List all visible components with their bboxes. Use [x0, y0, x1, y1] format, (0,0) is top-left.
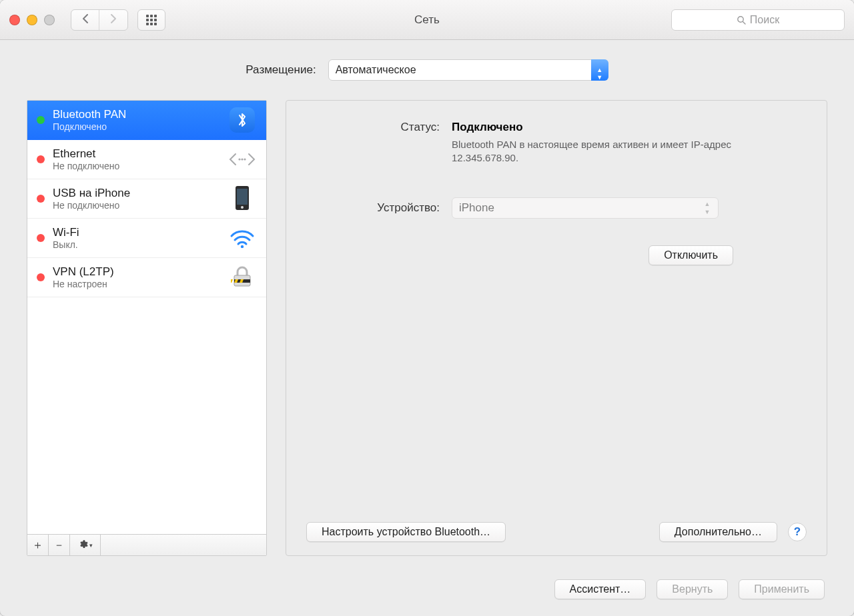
gear-icon: [78, 539, 88, 551]
interface-item[interactable]: VPN (L2TP)Не настроен: [27, 258, 266, 297]
svg-point-4: [244, 158, 246, 160]
interface-item[interactable]: Wi-FiВыкл.: [27, 219, 266, 258]
interface-texts: Wi-FiВыкл.: [53, 226, 220, 250]
window: Сеть Поиск Размещение: Автоматическое ▲▼…: [0, 0, 854, 616]
interface-status: Не настроен: [53, 279, 220, 289]
window-controls: [9, 15, 55, 25]
status-dot-icon: [37, 234, 45, 242]
disconnect-button[interactable]: Отключить: [649, 245, 733, 265]
bluetooth-icon: [230, 107, 255, 133]
interface-icon-wrap: [228, 186, 257, 211]
interface-icon-wrap: [228, 147, 257, 172]
interface-texts: USB на iPhoneНе подключено: [53, 187, 220, 211]
help-icon: ?: [794, 525, 801, 539]
status-dot-icon: [37, 116, 45, 124]
device-value: iPhone: [459, 201, 494, 215]
device-select[interactable]: iPhone ▲▼: [452, 197, 719, 219]
device-row: Устройство: iPhone ▲▼: [306, 197, 807, 219]
interface-name: Wi-Fi: [53, 226, 220, 239]
svg-point-8: [241, 245, 244, 248]
chevron-updown-icon: ▲▼: [702, 198, 713, 218]
interface-actions-button[interactable]: ▾: [70, 535, 101, 555]
status-dot-icon: [37, 195, 45, 203]
assistant-button[interactable]: Ассистент…: [554, 579, 647, 599]
forward-button[interactable]: [99, 10, 127, 30]
nav-segmented: [71, 9, 128, 31]
svg-point-7: [241, 206, 244, 209]
interface-sidebar: Bluetooth PANПодключеноEthernetНе подклю…: [27, 100, 267, 556]
interface-name: Ethernet: [53, 147, 220, 161]
svg-rect-11: [231, 279, 233, 283]
apply-button[interactable]: Применить: [739, 579, 825, 599]
svg-rect-6: [237, 189, 248, 205]
svg-line-1: [743, 21, 745, 24]
interface-item[interactable]: USB на iPhoneНе подключено: [27, 179, 266, 219]
interface-detail: Статус: Подключено Bluetooth PAN в насто…: [286, 100, 827, 556]
apps-grid-icon: [146, 15, 157, 25]
plus-icon: ＋: [32, 537, 43, 553]
device-label: Устройство:: [306, 201, 440, 215]
popup-stepper-icon: ▲▼: [591, 59, 608, 81]
wifi-icon: [229, 228, 256, 248]
minimize-window-button[interactable]: [27, 15, 37, 25]
interface-texts: VPN (L2TP)Не настроен: [53, 265, 220, 289]
interface-texts: EthernetНе подключено: [53, 147, 220, 171]
interface-name: USB на iPhone: [53, 187, 220, 200]
location-value: Автоматическое: [336, 64, 416, 76]
add-interface-button[interactable]: ＋: [27, 535, 49, 555]
interface-status: Выкл.: [53, 239, 220, 250]
status-row: Статус: Подключено Bluetooth PAN в насто…: [306, 121, 807, 165]
location-label: Размещение:: [246, 63, 316, 77]
chevron-down-icon: ▾: [89, 542, 93, 549]
interface-item[interactable]: Bluetooth PANПодключено: [27, 101, 266, 140]
interface-icon-wrap: [228, 265, 257, 290]
main-row: Bluetooth PANПодключеноEthernetНе подклю…: [0, 100, 854, 563]
interface-icon-wrap: [228, 225, 257, 251]
sidebar-footer: ＋ － ▾: [27, 534, 266, 555]
window-footer: Ассистент… Вернуть Применить: [0, 563, 854, 616]
location-row: Размещение: Автоматическое ▲▼: [0, 40, 854, 100]
close-window-button[interactable]: [9, 15, 20, 25]
interface-list: Bluetooth PANПодключеноEthernetНе подклю…: [27, 101, 266, 534]
status-dot-icon: [37, 155, 45, 163]
svg-point-2: [238, 158, 240, 160]
zoom-window-button[interactable]: [44, 15, 55, 25]
detail-footer: Настроить устройство Bluetooth… Дополнит…: [306, 522, 807, 542]
iphone-icon: [235, 185, 250, 213]
status-description: Bluetooth PAN в настоящее время активен …: [452, 138, 772, 165]
status-dot-icon: [37, 273, 45, 281]
content: Размещение: Автоматическое ▲▼ Bluetooth …: [0, 40, 854, 616]
chevron-right-icon: [109, 13, 117, 26]
show-all-button[interactable]: [137, 9, 165, 31]
advanced-button[interactable]: Дополнительно…: [659, 522, 777, 542]
search-field[interactable]: Поиск: [671, 9, 845, 31]
setup-bluetooth-button[interactable]: Настроить устройство Bluetooth…: [306, 522, 506, 542]
search-placeholder: Поиск: [750, 14, 779, 26]
titlebar: Сеть Поиск: [0, 0, 854, 40]
interface-status: Не подключено: [53, 161, 220, 171]
lock-icon: [231, 265, 254, 291]
interface-texts: Bluetooth PANПодключено: [53, 108, 220, 132]
help-button[interactable]: ?: [788, 523, 807, 541]
revert-button[interactable]: Вернуть: [657, 579, 728, 599]
remove-interface-button[interactable]: －: [49, 535, 70, 555]
disconnect-row: Отключить: [306, 245, 807, 265]
interface-name: Bluetooth PAN: [53, 108, 220, 121]
status-value-wrap: Подключено Bluetooth PAN в настоящее вре…: [452, 121, 807, 165]
location-popup[interactable]: Автоматическое ▲▼: [328, 59, 608, 81]
interface-name: VPN (L2TP): [53, 265, 220, 279]
chevron-left-icon: [81, 13, 89, 26]
interface-item[interactable]: EthernetНе подключено: [27, 140, 266, 179]
interface-icon-wrap: [228, 107, 257, 133]
status-label: Статус:: [306, 121, 440, 165]
interface-status: Подключено: [53, 121, 220, 132]
interface-status: Не подключено: [53, 200, 220, 211]
ethernet-icon: [227, 149, 258, 169]
status-value: Подключено: [452, 121, 807, 134]
back-button[interactable]: [71, 10, 99, 30]
minus-icon: －: [53, 537, 65, 553]
search-icon: [737, 15, 746, 25]
svg-point-3: [241, 158, 243, 160]
